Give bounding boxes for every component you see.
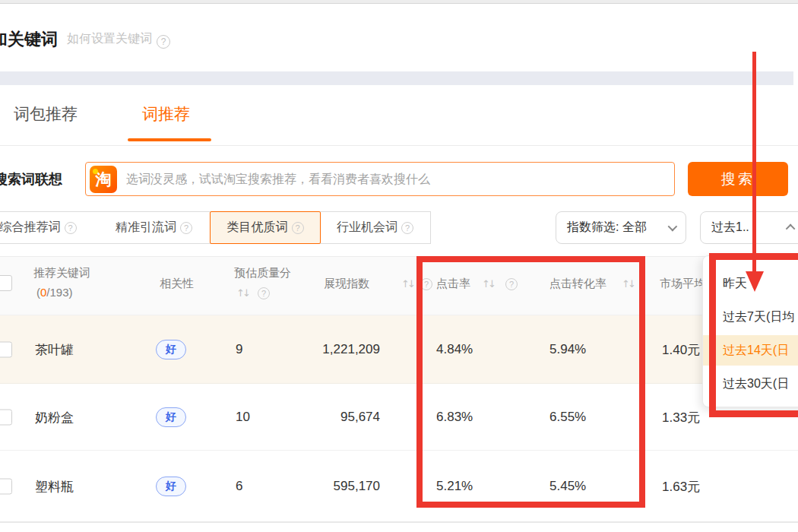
tabs-border [0, 145, 798, 146]
cvr-cell: 5.45% [549, 479, 586, 494]
search-association-label: 搜索词联想 [0, 170, 62, 188]
table-row[interactable]: 茶叶罐 好 9 1,221,209 4.84% 5.94% 1.40元 [0, 315, 798, 384]
keyword-cell: 茶叶罐 [35, 340, 74, 358]
sort-icon[interactable]: ↑↓ [401, 278, 413, 290]
bottom-divider [0, 522, 798, 523]
market-price-cell: 1.63元 [662, 477, 700, 495]
segment-label: 综合推荐词 [0, 220, 61, 236]
impressions-cell: 595,170 [296, 479, 380, 494]
filter-segment-category-quality[interactable]: 类目优质词? [210, 211, 321, 244]
tab-word-recommend[interactable]: 词推荐 [142, 103, 190, 125]
search-button[interactable]: 搜索 [688, 162, 788, 196]
header-keyword-count: (0/193) [36, 286, 73, 299]
table-header: 推荐关键词 (0/193) 相关性 预估质量分 ↑↓ ? 展现指数 ↑↓ ? 点… [0, 256, 798, 315]
cvr-cell: 5.94% [549, 342, 586, 357]
dropdown-item-past7days[interactable]: 过去7天(日均 [703, 302, 798, 332]
segment-label: 精准引流词 [116, 220, 176, 236]
dropdown-item-past14days-selected[interactable]: 过去14天(日 [703, 335, 798, 366]
market-price-cell: 1.33元 [662, 408, 700, 426]
sort-icon[interactable]: ↑↓ [622, 278, 634, 290]
quality-cell: 6 [236, 479, 242, 494]
cvr-cell: 6.55% [549, 410, 586, 425]
filter-segment-industry-opportunity[interactable]: 行业机会词? [320, 211, 431, 244]
row-checkbox[interactable] [0, 341, 12, 357]
taobao-icon-dot [93, 169, 98, 174]
index-filter-label: 指数筛选: 全部 [567, 220, 647, 236]
ctr-cell: 5.21% [436, 479, 473, 494]
impressions-cell: 95,674 [296, 410, 380, 425]
filter-segment-precise-traffic[interactable]: 精准引流词? [98, 211, 211, 244]
keyword-cell: 奶粉盒 [35, 408, 74, 426]
help-link[interactable]: 如何设置关键词? [67, 31, 170, 49]
help-icon[interactable]: ? [180, 222, 192, 234]
dropdown-item-yesterday[interactable]: 昨天 [703, 268, 798, 299]
keyword-cell: 塑料瓶 [35, 477, 74, 495]
impressions-cell: 1,221,209 [296, 342, 380, 357]
help-icon[interactable]: ? [157, 35, 170, 49]
help-icon[interactable]: ? [292, 222, 304, 234]
chevron-down-icon [668, 222, 678, 232]
row-checkbox[interactable] [0, 478, 12, 494]
relevance-badge: 好 [156, 407, 186, 427]
help-icon[interactable]: ? [420, 278, 432, 290]
help-icon[interactable]: ? [505, 278, 518, 290]
quality-cell: 10 [236, 410, 250, 425]
header-quality: 预估质量分 [234, 266, 291, 280]
table-row[interactable]: 塑料瓶 好 6 595,170 5.21% 5.45% 1.63元 [0, 451, 798, 522]
segment-label: 类目优质词 [227, 220, 288, 236]
section-divider [0, 71, 793, 85]
taobao-icon: 淘 [90, 166, 117, 193]
time-range-dropdown-menu: 昨天 过去7天(日均 过去14天(日 过去30天(日 [702, 255, 798, 407]
help-icon[interactable]: ? [65, 222, 77, 234]
help-link-label: 如何设置关键词 [67, 32, 152, 45]
select-all-checkbox[interactable] [0, 275, 12, 291]
header-ctr: 点击率 [436, 277, 470, 291]
header-keyword: 推荐关键词 [33, 266, 90, 280]
active-tab-underline [128, 138, 211, 141]
sort-icon[interactable]: ↑↓ [236, 287, 249, 299]
keyword-tool-page: 添加关键词 如何设置关键词? 词包推荐 词推荐 搜索词联想 淘 选词没灵感，试试… [0, 0, 798, 532]
relevance-badge: 好 [156, 477, 186, 496]
search-input-placeholder: 选词没灵感，试试淘宝搜索推荐，看看消费者喜欢搜什么 [126, 172, 430, 188]
page-title: 添加关键词 [0, 28, 58, 51]
chevron-up-icon [786, 224, 796, 234]
header-relevance: 相关性 [160, 277, 194, 291]
segment-label: 行业机会词 [337, 220, 397, 236]
relevance-badge: 好 [156, 340, 186, 359]
market-price-cell: 1.40元 [662, 340, 700, 358]
help-icon[interactable]: ? [258, 287, 270, 299]
sort-icon[interactable]: ↑↓ [482, 278, 494, 290]
ctr-cell: 6.83% [436, 410, 473, 425]
table-row[interactable]: 奶粉盒 好 10 95,674 6.83% 6.55% 1.33元 [0, 384, 798, 451]
index-filter-dropdown[interactable]: 指数筛选: 全部 [556, 211, 686, 244]
time-filter-label: 过去1.. [711, 220, 749, 236]
time-filter-dropdown[interactable]: 过去1.. [700, 211, 798, 244]
quality-cell: 9 [236, 342, 242, 357]
row-checkbox[interactable] [0, 409, 12, 425]
top-strip [0, 0, 798, 4]
header-impressions: 展现指数 [324, 277, 369, 291]
ctr-cell: 4.84% [436, 342, 473, 357]
filter-segment-comprehensive[interactable]: 综合推荐词? [0, 211, 99, 244]
help-icon[interactable]: ? [401, 222, 413, 234]
dropdown-item-past30days[interactable]: 过去30天(日 [703, 369, 798, 399]
header-cvr: 点击转化率 [549, 277, 606, 291]
tab-wordpack-recommend[interactable]: 词包推荐 [14, 103, 78, 125]
